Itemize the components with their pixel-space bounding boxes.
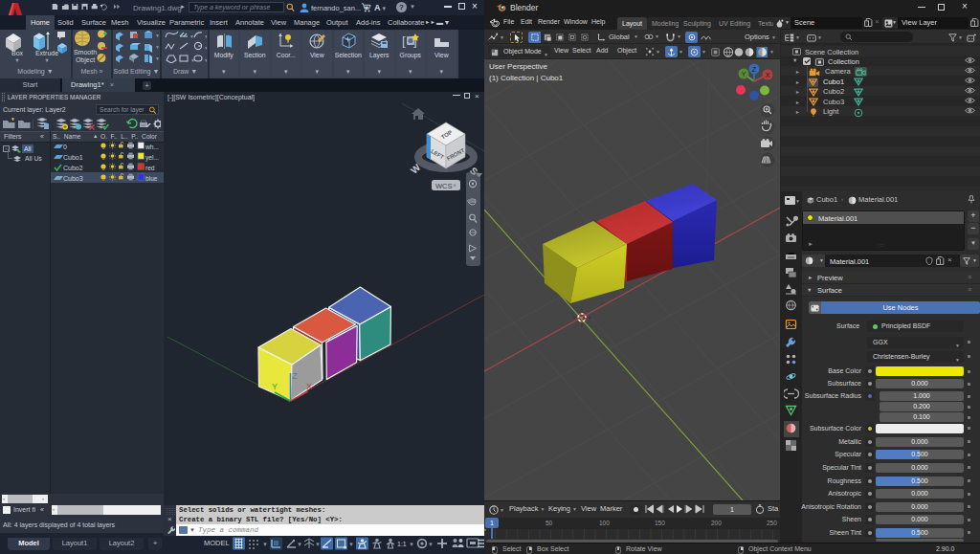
svg-text:▼: ▼ (428, 542, 434, 547)
svg-text:▼: ▼ (155, 44, 159, 50)
svg-text:▼: ▼ (315, 542, 321, 547)
svg-text:▼: ▼ (348, 542, 354, 547)
svg-text:▼: ▼ (155, 33, 159, 38)
svg-text:Z: Z (752, 66, 757, 73)
svg-text:X: X (306, 382, 312, 391)
svg-text:X: X (766, 72, 770, 78)
svg-text:Y: Y (742, 71, 746, 78)
svg-text:▼: ▼ (204, 45, 207, 51)
svg-text:▼: ▼ (204, 33, 207, 39)
svg-text:(1) Collection | Cubo1: (1) Collection | Cubo1 (489, 74, 564, 82)
svg-text:▼: ▼ (795, 198, 799, 204)
svg-text:▼: ▼ (452, 183, 457, 188)
svg-text:▼: ▼ (297, 542, 302, 547)
svg-text:▼: ▼ (190, 57, 195, 63)
svg-text:▼: ▼ (189, 33, 194, 39)
svg-text:WCS: WCS (435, 182, 453, 190)
svg-text:1:1: 1:1 (397, 541, 407, 547)
svg-text:▼: ▼ (409, 542, 414, 547)
svg-text:Y: Y (272, 382, 278, 391)
svg-text:▼: ▼ (262, 542, 268, 547)
svg-text:▼: ▼ (155, 55, 159, 61)
svg-text:Z: Z (292, 371, 298, 381)
svg-text:▼: ▼ (204, 57, 207, 63)
svg-text:[: [ (402, 33, 406, 48)
svg-text:User Perspective: User Perspective (489, 62, 547, 71)
